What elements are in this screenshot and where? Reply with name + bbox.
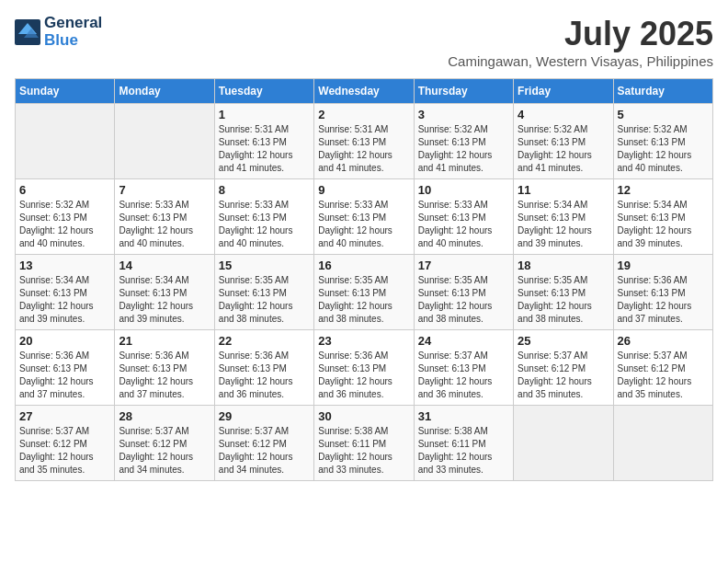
logo-subtext: Blue	[44, 32, 102, 50]
calendar-cell: 14Sunrise: 5:34 AM Sunset: 6:13 PM Dayli…	[115, 255, 214, 330]
day-number: 1	[219, 108, 310, 121]
calendar-cell: 24Sunrise: 5:37 AM Sunset: 6:13 PM Dayli…	[414, 330, 513, 406]
day-number: 10	[418, 183, 509, 197]
day-number: 8	[219, 183, 310, 197]
calendar-cell: 15Sunrise: 5:35 AM Sunset: 6:13 PM Dayli…	[214, 255, 313, 330]
calendar-cell: 22Sunrise: 5:36 AM Sunset: 6:13 PM Dayli…	[214, 330, 313, 406]
day-number: 7	[119, 183, 210, 197]
calendar-cell: 9Sunrise: 5:33 AM Sunset: 6:13 PM Daylig…	[314, 179, 414, 255]
day-detail: Sunrise: 5:36 AM Sunset: 6:13 PM Dayligh…	[119, 350, 210, 401]
calendar-cell: 11Sunrise: 5:34 AM Sunset: 6:13 PM Dayli…	[514, 179, 613, 255]
day-number: 2	[318, 108, 409, 121]
day-detail: Sunrise: 5:33 AM Sunset: 6:13 PM Dayligh…	[318, 199, 409, 250]
day-number: 19	[618, 259, 709, 272]
day-detail: Sunrise: 5:32 AM Sunset: 6:13 PM Dayligh…	[19, 199, 110, 250]
day-number: 20	[19, 334, 110, 348]
calendar-cell: 31Sunrise: 5:38 AM Sunset: 6:11 PM Dayli…	[414, 406, 513, 481]
day-number: 16	[318, 259, 409, 272]
column-header-wednesday: Wednesday	[314, 79, 414, 104]
day-number: 27	[19, 409, 110, 423]
day-detail: Sunrise: 5:34 AM Sunset: 6:13 PM Dayligh…	[618, 199, 709, 250]
day-number: 21	[119, 334, 210, 348]
day-detail: Sunrise: 5:36 AM Sunset: 6:13 PM Dayligh…	[318, 350, 409, 401]
day-number: 11	[518, 183, 609, 197]
day-detail: Sunrise: 5:37 AM Sunset: 6:12 PM Dayligh…	[518, 350, 609, 401]
calendar-table: SundayMondayTuesdayWednesdayThursdayFrid…	[15, 78, 713, 481]
day-detail: Sunrise: 5:34 AM Sunset: 6:13 PM Dayligh…	[19, 274, 110, 326]
calendar-cell: 19Sunrise: 5:36 AM Sunset: 6:13 PM Dayli…	[613, 255, 712, 330]
day-number: 14	[119, 259, 210, 272]
calendar-cell	[115, 104, 214, 179]
column-header-saturday: Saturday	[613, 79, 712, 104]
day-number: 31	[418, 409, 509, 423]
calendar-cell	[16, 104, 115, 179]
calendar-cell: 30Sunrise: 5:38 AM Sunset: 6:11 PM Dayli…	[314, 406, 414, 481]
day-detail: Sunrise: 5:34 AM Sunset: 6:13 PM Dayligh…	[119, 274, 210, 326]
day-detail: Sunrise: 5:36 AM Sunset: 6:13 PM Dayligh…	[19, 350, 110, 401]
day-detail: Sunrise: 5:33 AM Sunset: 6:13 PM Dayligh…	[219, 199, 310, 250]
day-number: 18	[518, 259, 609, 272]
calendar-cell: 17Sunrise: 5:35 AM Sunset: 6:13 PM Dayli…	[414, 255, 513, 330]
day-detail: Sunrise: 5:37 AM Sunset: 6:12 PM Dayligh…	[19, 425, 110, 477]
calendar-cell: 18Sunrise: 5:35 AM Sunset: 6:13 PM Dayli…	[514, 255, 613, 330]
month-year-title: July 2025	[448, 15, 713, 53]
calendar-cell: 26Sunrise: 5:37 AM Sunset: 6:12 PM Dayli…	[613, 330, 712, 406]
day-detail: Sunrise: 5:33 AM Sunset: 6:13 PM Dayligh…	[119, 199, 210, 250]
day-detail: Sunrise: 5:33 AM Sunset: 6:13 PM Dayligh…	[418, 199, 509, 250]
day-detail: Sunrise: 5:31 AM Sunset: 6:13 PM Dayligh…	[219, 123, 310, 175]
day-detail: Sunrise: 5:32 AM Sunset: 6:13 PM Dayligh…	[618, 123, 709, 175]
day-number: 23	[318, 334, 409, 348]
calendar-cell: 8Sunrise: 5:33 AM Sunset: 6:13 PM Daylig…	[214, 179, 313, 255]
calendar-cell: 13Sunrise: 5:34 AM Sunset: 6:13 PM Dayli…	[16, 255, 115, 330]
calendar-cell: 3Sunrise: 5:32 AM Sunset: 6:13 PM Daylig…	[414, 104, 513, 179]
column-header-thursday: Thursday	[414, 79, 513, 104]
day-number: 17	[418, 259, 509, 272]
day-number: 5	[618, 108, 709, 121]
calendar-cell: 20Sunrise: 5:36 AM Sunset: 6:13 PM Dayli…	[16, 330, 115, 406]
day-number: 25	[518, 334, 609, 348]
day-detail: Sunrise: 5:37 AM Sunset: 6:12 PM Dayligh…	[119, 425, 210, 477]
column-header-friday: Friday	[514, 79, 613, 104]
day-detail: Sunrise: 5:36 AM Sunset: 6:13 PM Dayligh…	[618, 274, 709, 326]
calendar-cell	[613, 406, 712, 481]
logo: General Blue	[15, 15, 102, 49]
calendar-cell: 28Sunrise: 5:37 AM Sunset: 6:12 PM Dayli…	[115, 406, 214, 481]
day-detail: Sunrise: 5:36 AM Sunset: 6:13 PM Dayligh…	[219, 350, 310, 401]
day-number: 30	[318, 409, 409, 423]
day-number: 9	[318, 183, 409, 197]
day-detail: Sunrise: 5:32 AM Sunset: 6:13 PM Dayligh…	[518, 123, 609, 175]
day-detail: Sunrise: 5:38 AM Sunset: 6:11 PM Dayligh…	[418, 425, 509, 477]
day-number: 22	[219, 334, 310, 348]
day-number: 6	[19, 183, 110, 197]
calendar-cell: 7Sunrise: 5:33 AM Sunset: 6:13 PM Daylig…	[115, 179, 214, 255]
day-number: 24	[418, 334, 509, 348]
calendar-cell: 29Sunrise: 5:37 AM Sunset: 6:12 PM Dayli…	[214, 406, 313, 481]
day-number: 3	[418, 108, 509, 121]
calendar-cell: 5Sunrise: 5:32 AM Sunset: 6:13 PM Daylig…	[613, 104, 712, 179]
calendar-cell: 16Sunrise: 5:35 AM Sunset: 6:13 PM Dayli…	[314, 255, 414, 330]
day-detail: Sunrise: 5:37 AM Sunset: 6:12 PM Dayligh…	[219, 425, 310, 477]
day-detail: Sunrise: 5:34 AM Sunset: 6:13 PM Dayligh…	[518, 199, 609, 250]
day-number: 29	[219, 409, 310, 423]
column-header-monday: Monday	[115, 79, 214, 104]
calendar-cell: 12Sunrise: 5:34 AM Sunset: 6:13 PM Dayli…	[613, 179, 712, 255]
day-detail: Sunrise: 5:35 AM Sunset: 6:13 PM Dayligh…	[518, 274, 609, 326]
logo-text: General	[44, 15, 102, 32]
day-detail: Sunrise: 5:31 AM Sunset: 6:13 PM Dayligh…	[318, 123, 409, 175]
calendar-cell	[514, 406, 613, 481]
day-number: 15	[219, 259, 310, 272]
location-subtitle: Camingawan, Western Visayas, Philippines	[448, 53, 713, 69]
calendar-cell: 27Sunrise: 5:37 AM Sunset: 6:12 PM Dayli…	[16, 406, 115, 481]
day-detail: Sunrise: 5:35 AM Sunset: 6:13 PM Dayligh…	[219, 274, 310, 326]
day-number: 13	[19, 259, 110, 272]
day-detail: Sunrise: 5:35 AM Sunset: 6:13 PM Dayligh…	[418, 274, 509, 326]
day-detail: Sunrise: 5:38 AM Sunset: 6:11 PM Dayligh…	[318, 425, 409, 477]
day-number: 26	[618, 334, 709, 348]
calendar-cell: 25Sunrise: 5:37 AM Sunset: 6:12 PM Dayli…	[514, 330, 613, 406]
calendar-cell: 1Sunrise: 5:31 AM Sunset: 6:13 PM Daylig…	[214, 104, 313, 179]
calendar-cell: 23Sunrise: 5:36 AM Sunset: 6:13 PM Dayli…	[314, 330, 414, 406]
day-detail: Sunrise: 5:32 AM Sunset: 6:13 PM Dayligh…	[418, 123, 509, 175]
calendar-cell: 10Sunrise: 5:33 AM Sunset: 6:13 PM Dayli…	[414, 179, 513, 255]
day-number: 12	[618, 183, 709, 197]
day-detail: Sunrise: 5:35 AM Sunset: 6:13 PM Dayligh…	[318, 274, 409, 326]
